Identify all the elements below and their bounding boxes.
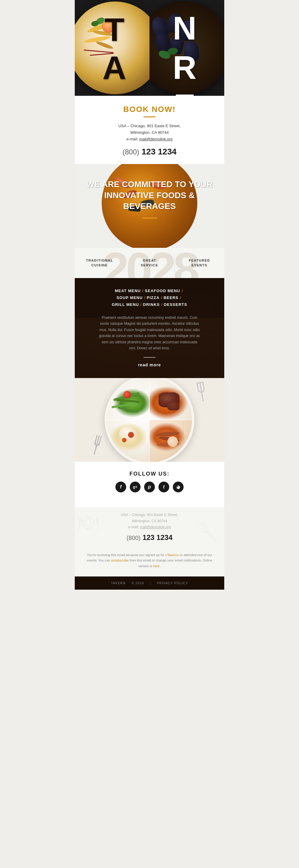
hero-section: T N A R V E bbox=[75, 0, 224, 96]
menu-item-beers[interactable]: BEERS bbox=[164, 296, 178, 300]
food-plate bbox=[105, 378, 194, 462]
menu-item-pizza[interactable]: PIZZA bbox=[147, 296, 160, 300]
book-address: USA – Chicago, 901 Easte E Street, Wilmi… bbox=[81, 123, 218, 143]
features-row: 2028 TRADITIONALCUISINE GREATSERVICE FEA… bbox=[75, 248, 224, 278]
commitment-section: WE ARE COMMITTED TO YOUR INNOVATIVE FOOD… bbox=[75, 164, 224, 248]
footer-brand: TAVERN bbox=[111, 581, 126, 585]
google-plus-icon[interactable]: g+ bbox=[130, 482, 140, 492]
menu-item-meat[interactable]: MEAT MENU bbox=[115, 288, 141, 293]
menu-item-soup[interactable]: SOUP MENU bbox=[117, 296, 143, 300]
book-section: BOOK NOW! USA – Chicago, 901 Easte E Str… bbox=[75, 96, 224, 164]
twitter-icon[interactable]: t bbox=[159, 482, 169, 492]
menu-divider bbox=[143, 357, 156, 358]
book-phone: (800) 123 1234 bbox=[81, 147, 218, 157]
social-icons-row: f g+ p t ◕ bbox=[81, 482, 218, 492]
book-title: BOOK NOW! bbox=[81, 105, 218, 114]
footer-year: © 2018 bbox=[132, 581, 144, 585]
footer-contact: 🍽 🥄 USA – Chicago, 901 Easte E Street, W… bbox=[75, 507, 224, 545]
footer-privacy-link[interactable]: PRIVACY POLICY bbox=[157, 581, 188, 585]
feature-label-1: GREATSERVICE bbox=[128, 258, 171, 268]
disclaimer-section: You're receiving this email because you … bbox=[75, 545, 224, 577]
hero-letter-E: E bbox=[174, 87, 196, 96]
commitment-content: WE ARE COMMITTED TO YOUR INNOVATIVE FOOD… bbox=[75, 164, 224, 227]
facebook-icon[interactable]: f bbox=[115, 482, 126, 492]
follow-title: FOLLOW US: bbox=[81, 471, 218, 477]
svg-line-1 bbox=[97, 436, 99, 445]
commitment-text: WE ARE COMMITTED TO YOUR INNOVATIVE FOOD… bbox=[84, 179, 215, 212]
hero-letters: T N A R V E bbox=[75, 0, 224, 96]
hero-letter-V: V bbox=[103, 87, 125, 96]
disclaimer-text-before: You're receiving this email because you … bbox=[87, 553, 164, 557]
menu-description: Praesent vestibulum aenean nonummy endre… bbox=[99, 315, 200, 351]
menu-item-grill[interactable]: GRILL MENU bbox=[112, 302, 139, 307]
disclaimer-link-here[interactable]: here bbox=[153, 564, 160, 568]
menu-line-2: SOUP MENU / PIZZA / BEERS / bbox=[84, 296, 215, 300]
hero-letter-A: A bbox=[103, 49, 126, 87]
dark-footer: TAVERN © 2018 | PRIVACY POLICY bbox=[75, 577, 224, 590]
menu-content: MEAT MENU / SEAFOOD MENU / SOUP MENU / P… bbox=[84, 288, 215, 368]
disclaimer-link-unsubscribe[interactable]: unsubscribe bbox=[111, 559, 129, 562]
food-collage bbox=[75, 378, 224, 462]
disclaimer-text-after: from this email or change your email not… bbox=[130, 559, 212, 568]
feature-label-0: TRADITIONALCUISINE bbox=[78, 258, 122, 268]
hero-letter-T: T bbox=[104, 10, 124, 49]
follow-section: FOLLOW US: f g+ p t ◕ bbox=[75, 462, 224, 507]
hero-letter-R: R bbox=[173, 49, 196, 87]
book-divider bbox=[143, 117, 156, 117]
footer-separator: | bbox=[150, 581, 151, 585]
feature-traditional-cuisine: TRADITIONALCUISINE bbox=[75, 254, 124, 272]
feature-great-service: GREATSERVICE bbox=[124, 254, 174, 272]
footer-email[interactable]: mail@demolink.org bbox=[140, 525, 171, 529]
commitment-divider bbox=[142, 218, 157, 218]
menu-item-desserts[interactable]: DESSERTS bbox=[164, 302, 187, 307]
read-more-button[interactable]: read more bbox=[138, 363, 161, 367]
menu-item-seafood[interactable]: SEAFOOD MENU bbox=[145, 288, 180, 293]
pinterest-icon[interactable]: p bbox=[144, 482, 155, 492]
menu-line-3: GRILL MENU / DRINKS / DESSERTS bbox=[84, 302, 215, 307]
menu-line-1: MEAT MENU / SEAFOOD MENU / bbox=[84, 288, 215, 293]
menu-item-drinks[interactable]: DRINKS bbox=[143, 302, 160, 307]
rss-icon[interactable]: ◕ bbox=[173, 482, 184, 492]
feature-label-2: FEATUREDEVENTS bbox=[177, 258, 221, 268]
disclaimer-link-tavern[interactable]: «Tavern» bbox=[165, 553, 179, 557]
menu-section: MEAT MENU / SEAFOOD MENU / SOUP MENU / P… bbox=[75, 278, 224, 378]
feature-featured-events: FEATUREDEVENTS bbox=[174, 254, 224, 272]
hero-letter-N: N bbox=[173, 9, 196, 47]
book-email[interactable]: mail@demolink.org bbox=[139, 137, 172, 141]
